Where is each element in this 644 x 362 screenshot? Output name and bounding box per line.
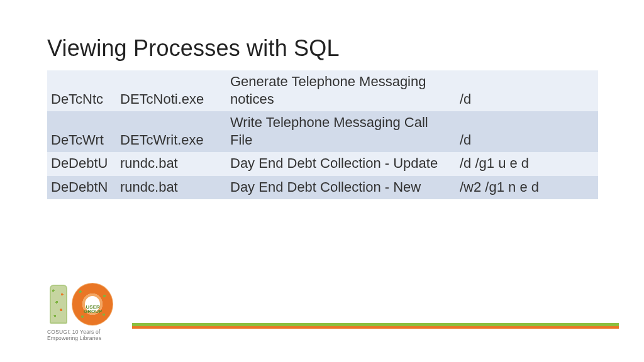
cell-code: DeTcWrt — [47, 111, 116, 152]
cell-exe: DETcNoti.exe — [116, 70, 226, 111]
process-table: DeTcNtc DETcNoti.exe Generate Telephone … — [47, 70, 598, 199]
cell-code: DeDebtU — [47, 152, 116, 176]
table-row: DeDebtU rundc.bat Day End Debt Collectio… — [47, 152, 598, 176]
cell-args: /d — [456, 70, 598, 111]
cell-code: DeTcNtc — [47, 70, 116, 111]
slide-title: Viewing Processes with SQL — [47, 35, 340, 62]
cell-exe: rundc.bat — [116, 176, 226, 200]
cell-desc: Day End Debt Collection - New — [226, 176, 456, 200]
cell-args: /w2 /g1 n e d — [456, 176, 598, 200]
table-row: DeTcWrt DETcWrit.exe Write Telephone Mes… — [47, 111, 598, 152]
logo-user-group: USER GROUP — [84, 305, 102, 314]
digit-one-icon — [50, 285, 67, 324]
logo-caption: COSUGI: 10 Years of Empowering Libraries — [47, 329, 129, 341]
table-row: DeDebtN rundc.bat Day End Debt Collectio… — [47, 176, 598, 200]
slide: Viewing Processes with SQL DeTcNtc DETcN… — [0, 0, 644, 362]
cell-desc: Generate Telephone Messaging notices — [226, 70, 456, 111]
cell-code: DeDebtN — [47, 176, 116, 200]
cell-args: /d /g1 u e d — [456, 152, 598, 176]
table-row: DeTcNtc DETcNoti.exe Generate Telephone … — [47, 70, 598, 111]
cell-desc: Write Telephone Messaging Call File — [226, 111, 456, 152]
cell-exe: rundc.bat — [116, 152, 226, 176]
cell-desc: Day End Debt Collection - Update — [226, 152, 456, 176]
footer-stripe-icon — [132, 323, 619, 329]
cell-exe: DETcWrit.exe — [116, 111, 226, 152]
cell-args: /d — [456, 111, 598, 152]
logo-ten-icon: USER GROUP — [47, 283, 129, 326]
cosugi-logo: USER GROUP COSUGI: 10 Years of Empowerin… — [47, 283, 129, 337]
